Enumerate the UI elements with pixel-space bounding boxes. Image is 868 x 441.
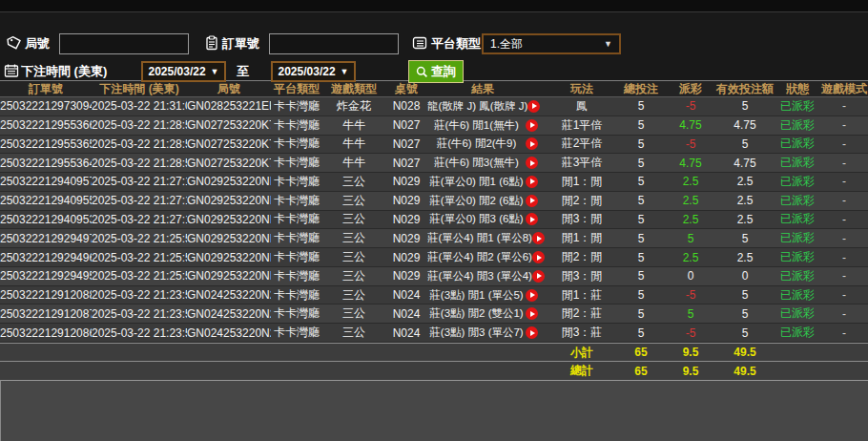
bet-cell: 5	[616, 137, 666, 151]
payout-cell: 2.5	[666, 251, 715, 264]
game-cell: 三公	[322, 268, 385, 284]
round-cell: GN024253220N2	[187, 326, 271, 340]
order-cell: 250322212973094	[0, 99, 92, 113]
play-video-icon[interactable]	[526, 213, 538, 225]
chevron-down-icon: ▼	[211, 67, 219, 76]
column-header: 結果	[427, 81, 548, 97]
table-no-cell: N027	[385, 157, 427, 170]
game-cell: 炸金花	[322, 98, 385, 115]
date-to-picker[interactable]: 2025/03/22 ▼	[271, 61, 356, 82]
search-icon	[416, 66, 428, 78]
total-bet: 65	[616, 365, 666, 378]
total-payout: 9.5	[666, 365, 715, 378]
column-header: 玩法	[548, 81, 616, 97]
game-cell: 三公	[322, 287, 385, 304]
round-cell: GN027253220K7	[187, 157, 271, 170]
round-cell: GN024253220N2	[187, 307, 271, 321]
round-input[interactable]	[59, 33, 189, 54]
bet-cell: 5	[616, 99, 666, 113]
total-valid: 49.5	[715, 365, 775, 378]
platform-cell: 卡卡灣廳	[271, 117, 322, 134]
game-cell: 三公	[322, 249, 385, 265]
bet-cell: 5	[616, 232, 666, 245]
play-video-icon[interactable]	[526, 289, 538, 302]
play-cell: 閒2：閒	[548, 193, 616, 209]
platform-cell: 卡卡灣廳	[271, 193, 322, 209]
column-header: 遊戲類型	[322, 81, 385, 97]
valid-cell: 5	[715, 232, 775, 245]
play-video-icon[interactable]	[526, 157, 538, 169]
mode-cell: -	[820, 232, 868, 245]
table-no-cell: N029	[385, 251, 427, 264]
result-cell: 莊(單公0) 閒3 (6點)	[427, 212, 548, 226]
tag-icon	[7, 35, 22, 51]
round-cell: GN029253220NE	[187, 269, 271, 283]
chevron-down-icon: ▼	[341, 67, 349, 76]
play-cell: 閒1：閒	[548, 174, 616, 190]
order-input[interactable]	[269, 33, 399, 54]
column-header: 總投注	[616, 81, 666, 97]
status-cell: 已派彩	[775, 174, 820, 190]
table-row: 2503222129294972025-03-22 21:25:54GN0292…	[0, 229, 868, 248]
play-video-icon[interactable]	[526, 119, 538, 132]
platform-selected-value: 1.全部	[490, 36, 523, 52]
table-no-cell: N029	[385, 232, 427, 245]
play-cell: 莊2平倍	[548, 136, 616, 152]
search-button[interactable]: 查詢	[408, 60, 464, 83]
game-cell: 三公	[322, 305, 385, 322]
valid-cell: 4.75	[715, 157, 775, 170]
order-cell: 250322212955366	[0, 118, 92, 132]
mode-cell: -	[820, 99, 868, 113]
result-cell: 莊(牛6) 閒1(無牛)	[427, 118, 548, 133]
play-video-icon[interactable]	[526, 307, 538, 320]
platform-cell: 卡卡灣廳	[271, 230, 322, 246]
platform-cell: 卡卡灣廳	[271, 249, 322, 265]
table-row: 2503222129409552025-03-22 21:27:12GN0292…	[0, 192, 868, 211]
game-cell: 牛牛	[322, 117, 385, 134]
platform-select[interactable]: 1.全部 ▼	[482, 33, 621, 54]
game-cell: 三公	[322, 174, 385, 190]
table-no-cell: N029	[385, 175, 427, 188]
valid-cell: 5	[715, 326, 775, 340]
play-video-icon[interactable]	[526, 195, 538, 207]
game-cell: 牛牛	[322, 155, 385, 171]
valid-cell: 4.75	[715, 118, 775, 132]
bet-cell: 5	[616, 288, 666, 302]
calendar-icon	[4, 63, 19, 78]
date-from-picker[interactable]: 2025/03/22 ▼	[141, 61, 226, 82]
time-cell: 2025-03-22 21:28:55	[92, 118, 187, 132]
play-video-icon[interactable]	[532, 270, 545, 283]
status-cell: 已派彩	[775, 230, 820, 246]
result-text: 莊(牛6) 閒2(牛9)	[427, 136, 526, 151]
play-video-icon[interactable]	[527, 100, 540, 113]
table-no-cell: N029	[385, 213, 427, 226]
time-cell: 2025-03-22 21:25:54	[92, 232, 187, 245]
result-cell: 莊(單公4) 閒3 (單公4)	[427, 269, 548, 284]
play-video-icon[interactable]	[532, 251, 545, 263]
table-row: 2503222129553642025-03-22 21:28:55GN0272…	[0, 154, 868, 173]
column-header: 有效投注額	[715, 81, 775, 97]
mode-cell: -	[820, 307, 868, 321]
order-cell: 250322212955365	[0, 137, 92, 151]
bet-cell: 5	[616, 326, 666, 340]
platform-cell: 卡卡灣廳	[271, 174, 322, 190]
result-cell: 莊(單公0) 閒2 (6點)	[427, 194, 548, 208]
round-cell: GN029253220NE	[187, 251, 271, 264]
play-cell: 莊3平倍	[548, 155, 616, 171]
play-video-icon[interactable]	[526, 176, 538, 188]
status-cell: 已派彩	[775, 211, 820, 227]
subtotal-bet: 65	[616, 346, 666, 359]
play-video-icon[interactable]	[526, 137, 538, 150]
platform-cell: 卡卡灣廳	[271, 287, 322, 304]
result-text: 莊(3點) 閒1 (單公5)	[427, 288, 526, 303]
mode-cell: -	[820, 269, 868, 283]
play-cell: 閒2：閒	[548, 249, 616, 265]
subtotal-row: 小計 65 9.5 49.5	[0, 343, 868, 362]
column-header: 狀態	[775, 81, 820, 97]
play-video-icon[interactable]	[526, 326, 538, 339]
column-header: 遊戲模式	[820, 81, 868, 97]
play-cell: 莊1平倍	[548, 117, 616, 134]
status-cell: 已派彩	[775, 249, 820, 265]
total-label: 總計	[548, 363, 616, 379]
play-video-icon[interactable]	[532, 232, 545, 244]
